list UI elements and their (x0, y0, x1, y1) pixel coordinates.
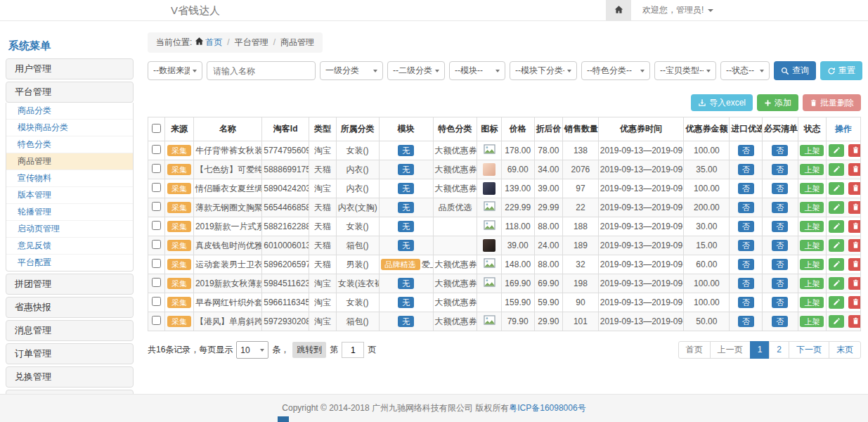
edit-button[interactable] (829, 239, 844, 252)
delete-button[interactable] (848, 182, 861, 195)
delete-button[interactable] (848, 277, 861, 290)
must-buy-badge[interactable]: 否 (772, 202, 788, 213)
sidebar-item-splash-page[interactable]: 启动页管理 (6, 221, 133, 238)
status-badge[interactable]: 上架 (800, 316, 824, 327)
import-featured-badge[interactable]: 否 (738, 259, 754, 270)
sidebar-section-order[interactable]: 订单管理 (6, 343, 134, 364)
delete-button[interactable] (848, 296, 861, 309)
status-badge[interactable]: 上架 (800, 145, 824, 156)
delete-button[interactable] (848, 220, 861, 233)
delete-button[interactable] (848, 258, 861, 271)
sidebar-item-goods-management[interactable]: 商品管理 (6, 153, 133, 170)
row-checkbox[interactable] (152, 202, 161, 211)
edit-button[interactable] (829, 258, 844, 271)
sidebar-section-exchange[interactable]: 兑换管理 (6, 366, 134, 388)
import-featured-badge[interactable]: 否 (738, 316, 754, 327)
must-buy-badge[interactable]: 否 (772, 221, 788, 232)
import-excel-button[interactable]: 导入excel (691, 94, 753, 111)
must-buy-badge[interactable]: 否 (772, 278, 788, 289)
sidebar-section-express-news[interactable]: 省惠快报 (6, 297, 134, 318)
sidebar-item-feedback[interactable]: 意见反馈 (6, 238, 133, 255)
breadcrumb-item-platform[interactable]: 平台管理 (235, 37, 268, 47)
row-checkbox[interactable] (152, 183, 161, 192)
sidebar-item-carousel[interactable]: 轮播管理 (6, 204, 133, 221)
row-checkbox[interactable] (152, 145, 161, 154)
delete-button[interactable] (848, 315, 861, 328)
status-badge[interactable]: 上架 (800, 278, 824, 289)
row-checkbox[interactable] (152, 221, 161, 230)
filter-select-item-type[interactable]: --宝贝类型-- (654, 61, 716, 80)
filter-select-level2-category[interactable]: --二级分类-- (387, 61, 445, 80)
app-logo[interactable]: V省钱达人 (171, 0, 220, 21)
sidebar-item-platform-config[interactable]: 平台配置 (6, 255, 133, 271)
row-checkbox[interactable] (152, 164, 161, 173)
page-button-2[interactable]: 2 (769, 341, 789, 359)
delete-button[interactable] (848, 144, 861, 157)
sidebar-item-module-goods-category[interactable]: 模块商品分类 (6, 120, 133, 136)
must-buy-badge[interactable]: 否 (772, 145, 788, 156)
batch-delete-button[interactable]: 批量删除 (803, 94, 861, 111)
page-button-1[interactable]: 1 (750, 341, 770, 359)
row-checkbox[interactable] (152, 240, 161, 249)
import-featured-badge[interactable]: 否 (738, 240, 754, 251)
delete-button[interactable] (848, 201, 861, 214)
home-button[interactable] (606, 0, 631, 20)
filter-select-level1-category[interactable]: 一级分类 (320, 61, 383, 80)
sidebar-item-goods-category[interactable]: 商品分类 (6, 103, 133, 120)
sidebar-item-feature-category[interactable]: 特色分类 (6, 136, 133, 153)
filter-select-module[interactable]: --模块-- (449, 61, 505, 80)
sidebar-item-promo-material[interactable]: 宣传物料 (6, 170, 133, 187)
must-buy-badge[interactable]: 否 (772, 164, 788, 175)
import-featured-badge[interactable]: 否 (738, 297, 754, 308)
import-featured-badge[interactable]: 否 (738, 164, 754, 175)
status-badge[interactable]: 上架 (800, 164, 824, 175)
import-featured-badge[interactable]: 否 (738, 221, 754, 232)
edit-button[interactable] (829, 315, 844, 328)
page-button-next[interactable]: 下一页 (789, 341, 829, 359)
name-search-input[interactable] (207, 61, 316, 80)
must-buy-badge[interactable]: 否 (772, 183, 788, 194)
row-checkbox[interactable] (152, 297, 161, 306)
row-checkbox[interactable] (152, 259, 161, 268)
sidebar-section-platform[interactable]: 平台管理 (6, 82, 134, 103)
page-size-select[interactable]: 10 (236, 341, 268, 359)
sidebar-section-users[interactable]: 用户管理 (6, 58, 134, 79)
filter-select-feature-category[interactable]: --特色分类-- (581, 61, 650, 80)
import-featured-badge[interactable]: 否 (738, 202, 754, 213)
row-checkbox[interactable] (152, 316, 161, 325)
status-badge[interactable]: 上架 (800, 259, 824, 270)
query-button[interactable]: 查询 (774, 61, 816, 80)
edit-button[interactable] (829, 201, 844, 214)
breadcrumb-home-link[interactable]: 首页 (205, 37, 222, 47)
sidebar-section-group-buy[interactable]: 拼团管理 (6, 274, 134, 295)
page-button-first[interactable]: 首页 (678, 341, 711, 359)
delete-button[interactable] (848, 239, 861, 252)
jump-page-input[interactable] (342, 342, 364, 358)
status-badge[interactable]: 上架 (800, 240, 824, 251)
reset-button[interactable]: 重置 (820, 61, 862, 80)
sidebar-section-message[interactable]: 消息管理 (6, 320, 134, 341)
must-buy-badge[interactable]: 否 (772, 240, 788, 251)
status-badge[interactable]: 上架 (800, 202, 824, 213)
edit-button[interactable] (829, 296, 844, 309)
row-checkbox[interactable] (152, 278, 161, 287)
import-featured-badge[interactable]: 否 (738, 145, 754, 156)
must-buy-badge[interactable]: 否 (772, 259, 788, 270)
sidebar-item-version[interactable]: 版本管理 (6, 187, 133, 204)
status-badge[interactable]: 上架 (800, 221, 824, 232)
status-badge[interactable]: 上架 (800, 183, 824, 194)
edit-button[interactable] (829, 144, 844, 157)
filter-select-data-source[interactable]: --数据来源-- (148, 61, 202, 80)
import-featured-badge[interactable]: 否 (738, 278, 754, 289)
page-button-last[interactable]: 末页 (829, 341, 861, 359)
delete-button[interactable] (848, 163, 861, 176)
filter-select-status[interactable]: --状态-- (720, 61, 770, 80)
status-badge[interactable]: 上架 (800, 297, 824, 308)
add-button[interactable]: 添加 (757, 94, 798, 111)
icp-link[interactable]: 粤ICP备16098006号 (509, 402, 585, 414)
edit-button[interactable] (829, 220, 844, 233)
select-all-checkbox[interactable] (152, 124, 161, 133)
edit-button[interactable] (829, 277, 844, 290)
jump-button[interactable]: 跳转到 (292, 342, 326, 358)
page-button-prev[interactable]: 上一页 (710, 341, 751, 359)
